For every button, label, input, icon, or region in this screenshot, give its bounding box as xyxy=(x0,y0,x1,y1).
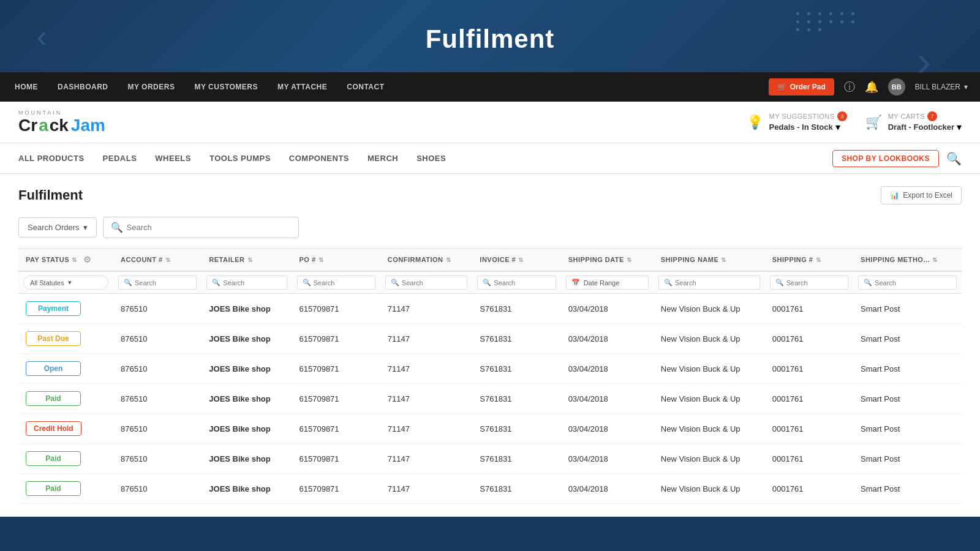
nav-item-my-customers[interactable]: MY CUSTOMERS xyxy=(192,83,260,91)
cell-shipping-name: New Vision Buck & Up xyxy=(654,354,765,384)
status-badge[interactable]: Open xyxy=(26,361,81,376)
cell-shipping-name: New Vision Buck & Up xyxy=(654,324,765,354)
status-badge[interactable]: Payment xyxy=(26,301,81,316)
nav-item-home[interactable]: HOME xyxy=(12,83,40,91)
shop-lookbooks-button[interactable]: SHOP BY LOOKBOOKS xyxy=(832,150,939,167)
status-badge[interactable]: Credit Hold xyxy=(26,421,81,436)
my-carts[interactable]: 🛒 MY CARTS 7 Draft - Footlocker ▾ xyxy=(865,111,962,133)
cell-retailer: JOES Bike shop xyxy=(202,384,292,414)
nav-item-my-orders[interactable]: MY ORDERS xyxy=(126,83,178,91)
product-nav-items: ALL PRODUCTS PEDALS WHEELS TOOLS PUMPS C… xyxy=(18,145,446,171)
nav-components[interactable]: COMPONENTS xyxy=(289,145,349,171)
fulfilment-table: PAY STATUS ⇅ ⚙ ACCOUNT #⇅ RETAILER⇅ PO #… xyxy=(18,248,962,504)
cell-account: 876510 xyxy=(113,354,202,384)
date-range-filter[interactable]: 📅 Date Range xyxy=(566,276,649,290)
nav-all-products[interactable]: ALL PRODUCTS xyxy=(18,145,85,171)
nav-item-dashboard[interactable]: DASHBOARD xyxy=(55,83,111,91)
cell-invoice: S761831 xyxy=(472,324,560,354)
cell-shipping-method: Smart Post xyxy=(853,444,962,474)
nav-merch[interactable]: MERCH xyxy=(368,145,398,171)
search-orders-label: Search Orders xyxy=(28,223,80,232)
cell-account: 876510 xyxy=(113,324,202,354)
top-nav-right: 🛒 Order Pad ⓘ 🔔 BB BILL BLAZER ▾ xyxy=(769,78,968,96)
filter-row: All Statutes ▾ 🔍 🔍 xyxy=(18,271,962,294)
filter-shipping-date: 📅 Date Range xyxy=(561,271,654,294)
invoice-filter-field[interactable] xyxy=(494,279,537,287)
cart-icon: 🛒 xyxy=(777,83,786,91)
sort-icon-account: ⇅ xyxy=(165,257,171,263)
cell-po: 615709871 xyxy=(292,354,380,384)
status-badge[interactable]: Paid xyxy=(26,451,81,466)
dropdown-chevron-icon: ▾ xyxy=(83,223,88,232)
calendar-icon: 📅 xyxy=(571,279,580,287)
hero-chevron-left-icon: ‹ xyxy=(37,18,47,54)
export-button[interactable]: 📊 Export to Excel xyxy=(881,186,962,204)
table-container: PAY STATUS ⇅ ⚙ ACCOUNT #⇅ RETAILER⇅ PO #… xyxy=(18,248,962,504)
status-badge[interactable]: Paid xyxy=(26,391,81,406)
cell-account: 876510 xyxy=(113,474,202,504)
cell-shipping-name: New Vision Buck & Up xyxy=(654,444,765,474)
filter-retailer-input[interactable]: 🔍 xyxy=(206,276,287,290)
top-nav: HOME DASHBOARD MY ORDERS MY CUSTOMERS MY… xyxy=(0,72,980,102)
filter-confirmation-input[interactable]: 🔍 xyxy=(385,276,468,290)
status-badge[interactable]: Past Due xyxy=(26,331,81,346)
filter-shipping-method-input[interactable]: 🔍 xyxy=(858,276,957,290)
search-orders-dropdown[interactable]: Search Orders ▾ xyxy=(18,217,97,238)
logo-mountain-text: MOUNTAIN xyxy=(18,110,62,116)
chevron-down-icon: ▾ xyxy=(964,83,968,91)
logo-o-icon: a xyxy=(39,116,48,135)
cell-invoice: S761831 xyxy=(472,444,560,474)
cell-confirmation: 71147 xyxy=(380,414,473,444)
sort-icon-confirmation: ⇅ xyxy=(446,257,451,263)
confirmation-filter-field[interactable] xyxy=(402,279,445,287)
nav-shoes[interactable]: SHOES xyxy=(417,145,446,171)
cell-shipping-name: New Vision Buck & Up xyxy=(654,474,765,504)
shipping-name-filter-field[interactable] xyxy=(675,279,718,287)
cell-pay-status: Paid xyxy=(18,384,113,414)
filter-account-input[interactable]: 🔍 xyxy=(118,276,197,290)
nav-item-my-attache[interactable]: MY ATTACHE xyxy=(275,83,330,91)
cell-po: 615709871 xyxy=(292,474,380,504)
po-filter-field[interactable] xyxy=(314,279,356,287)
shipping-method-filter-field[interactable] xyxy=(875,279,918,287)
status-filter-dropdown[interactable]: All Statutes ▾ xyxy=(23,276,108,290)
logo[interactable]: MOUNTAIN Cr a ck Jam xyxy=(18,110,105,135)
page-header: Fulfilment 📊 Export to Excel xyxy=(18,186,962,204)
filter-account: 🔍 xyxy=(113,271,202,294)
nav-pedals[interactable]: PEDALS xyxy=(103,145,137,171)
notification-area[interactable]: 🔔 xyxy=(865,80,878,94)
shipping-num-filter-field[interactable] xyxy=(786,279,829,287)
search-main-input[interactable]: 🔍 xyxy=(103,217,299,238)
sort-icon-shipping-num: ⇅ xyxy=(816,257,821,263)
cell-invoice: S761831 xyxy=(472,414,560,444)
cell-confirmation: 71147 xyxy=(380,474,473,504)
filter-shipping-num-input[interactable]: 🔍 xyxy=(770,276,848,290)
cell-pay-status: Paid xyxy=(18,474,113,504)
cell-shipping-name: New Vision Buck & Up xyxy=(654,414,765,444)
nav-wheels[interactable]: WHEELS xyxy=(155,145,191,171)
filter-shipping-name-input[interactable]: 🔍 xyxy=(658,276,760,290)
retailer-filter-field[interactable] xyxy=(223,279,266,287)
cell-confirmation: 71147 xyxy=(380,444,473,474)
sort-icon-shipping-name: ⇅ xyxy=(721,257,726,263)
col-confirmation: CONFIRMATION⇅ xyxy=(380,249,473,272)
col-invoice: INVOICE #⇅ xyxy=(472,249,560,272)
search-field[interactable] xyxy=(127,223,291,232)
my-suggestions[interactable]: 💡 MY SUGGESTIONS 3 Pedals - In Stock ▾ xyxy=(747,111,847,133)
order-pad-button[interactable]: 🛒 Order Pad xyxy=(769,78,834,96)
filter-po-input[interactable]: 🔍 xyxy=(297,276,375,290)
status-badge[interactable]: Paid xyxy=(26,481,81,496)
pay-status-settings-icon[interactable]: ⚙ xyxy=(83,255,92,264)
cell-confirmation: 71147 xyxy=(380,384,473,414)
filter-search-icon-retailer: 🔍 xyxy=(212,279,221,287)
filter-invoice-input[interactable]: 🔍 xyxy=(477,276,556,290)
filter-retailer: 🔍 xyxy=(202,271,292,294)
cell-account: 876510 xyxy=(113,444,202,474)
product-search-icon[interactable]: 🔍 xyxy=(946,151,962,166)
col-shipping-num: SHIPPING #⇅ xyxy=(765,249,853,272)
filter-confirmation: 🔍 xyxy=(380,271,473,294)
account-filter-field[interactable] xyxy=(135,279,178,287)
help-icon[interactable]: ⓘ xyxy=(844,80,855,94)
nav-item-contact[interactable]: CONTACT xyxy=(344,83,386,91)
nav-tools-pumps[interactable]: TOOLS PUMPS xyxy=(209,145,271,171)
